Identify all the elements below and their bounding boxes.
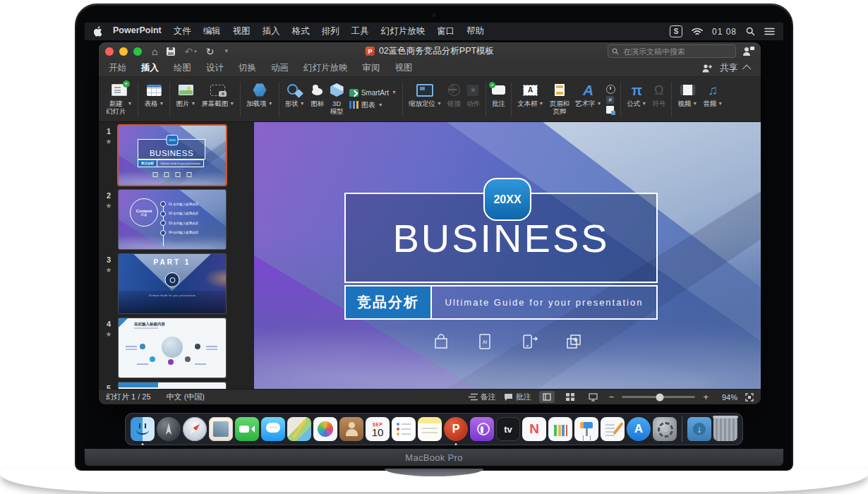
- thumbnail-item-4[interactable]: 4 ★ 在此输入标题内容: [99, 318, 254, 378]
- fit-slide-to-window-button[interactable]: [745, 393, 754, 402]
- ribbon-button-形状[interactable]: 形状▼: [282, 79, 308, 119]
- language-indicator[interactable]: 中文 (中国): [167, 392, 205, 402]
- slideshow-view-button[interactable]: [586, 391, 601, 403]
- dock-launchpad-icon[interactable]: [157, 417, 181, 441]
- tab-插入[interactable]: 插入: [141, 62, 159, 74]
- dock-numbers-icon[interactable]: [548, 417, 572, 441]
- presence-icon[interactable]: [742, 46, 754, 56]
- thumbnail-item-2[interactable]: 2 ★ Content 目录: [99, 190, 254, 249]
- dock-reminders-icon[interactable]: [392, 417, 416, 441]
- ribbon-button-文本框[interactable]: 文本框▼: [514, 79, 546, 119]
- fullscreen-button[interactable]: [133, 47, 142, 56]
- share-button[interactable]: 共享: [720, 62, 737, 74]
- ribbon-button-图表[interactable]: 图表▼: [349, 100, 397, 110]
- ribbon-button-图标[interactable]: 图标: [308, 79, 327, 119]
- tab-视图[interactable]: 视图: [395, 62, 413, 74]
- menu-item-2[interactable]: 编辑: [203, 25, 221, 37]
- zoom-out-button[interactable]: −: [609, 392, 615, 402]
- dock-appstore-icon[interactable]: [627, 417, 651, 441]
- more-commands-icon[interactable]: ▾: [223, 48, 228, 54]
- comments-toggle[interactable]: 批注: [504, 392, 531, 402]
- notification-center-icon[interactable]: [764, 28, 775, 35]
- dock-facetime-icon[interactable]: [235, 417, 259, 441]
- undo-icon[interactable]: ↶▾: [184, 47, 196, 56]
- input-source-badge[interactable]: S: [670, 25, 682, 37]
- dock-downloads-icon[interactable]: [687, 417, 711, 441]
- zoom-slider-handle[interactable]: [656, 393, 664, 401]
- ribbon-button-加载项[interactable]: 加载项▼: [243, 79, 275, 119]
- ribbon-button-新建幻灯片[interactable]: 新建 幻灯片▼: [103, 79, 135, 119]
- menu-item-1[interactable]: 文件: [174, 25, 191, 37]
- wifi-icon[interactable]: [692, 28, 703, 36]
- zoom-slider[interactable]: [622, 396, 695, 398]
- ribbon-button-3D模型[interactable]: 3D 模型: [327, 79, 346, 119]
- apple-logo-icon[interactable]: [93, 26, 102, 37]
- thumbnail-item-5[interactable]: 5: [99, 382, 254, 389]
- close-button[interactable]: [105, 47, 114, 56]
- menu-item-7[interactable]: 工具: [351, 25, 369, 37]
- dock-notes-icon[interactable]: [418, 417, 442, 441]
- ribbon-button-艺术字[interactable]: 艺术字▼: [572, 79, 604, 119]
- ribbon-button-音频[interactable]: 音频▼: [700, 79, 725, 119]
- notes-toggle[interactable]: 备注: [469, 392, 496, 402]
- ribbon-button-屏幕截图[interactable]: 屏幕截图▼: [198, 79, 237, 119]
- dock-mail-icon[interactable]: [209, 417, 233, 441]
- object-icon[interactable]: [606, 106, 614, 114]
- slide-sorter-view-button[interactable]: [562, 391, 578, 403]
- tab-绘图[interactable]: 绘图: [174, 62, 191, 74]
- redo-icon[interactable]: ↻: [206, 47, 215, 56]
- slide-thumbnail-panel[interactable]: 1 ★ 20XX BUSINESS 竞品分析 Ultimate Guide fo…: [99, 122, 254, 389]
- thumbnail-item-3[interactable]: 3 ★ PART 1 Ultimate Guide for your prese…: [99, 254, 254, 313]
- slide-subtitle-row[interactable]: 竞品分析 Ultimate Guide for your presentatio…: [344, 285, 658, 320]
- menu-item-app[interactable]: PowerPoint: [113, 25, 162, 37]
- collapse-ribbon-icon[interactable]: [742, 65, 752, 74]
- dock-finder-icon[interactable]: [131, 417, 155, 441]
- zoom-percent[interactable]: 94%: [716, 393, 737, 402]
- slide-number-icon[interactable]: [606, 96, 614, 104]
- minimize-button[interactable]: [119, 47, 128, 56]
- zoom-in-button[interactable]: +: [703, 392, 709, 402]
- ribbon-button-缩放定位[interactable]: 缩放定位▼: [406, 79, 445, 119]
- ribbon-button-图片[interactable]: 图片▼: [173, 79, 198, 119]
- slide-year-badge[interactable]: 20XX: [483, 178, 531, 221]
- tab-动画[interactable]: 动画: [271, 62, 289, 74]
- dock-pages-icon[interactable]: [601, 417, 625, 441]
- dock-trash-icon[interactable]: [713, 417, 737, 441]
- dock-messages-icon[interactable]: [261, 417, 285, 441]
- spotlight-search-icon[interactable]: [746, 27, 755, 36]
- save-icon[interactable]: [167, 47, 175, 56]
- dock-sysprefs-icon[interactable]: [653, 417, 677, 441]
- tab-幻灯片放映[interactable]: 幻灯片放映: [303, 62, 348, 74]
- search-box[interactable]: [608, 44, 736, 58]
- tab-切换[interactable]: 切换: [239, 62, 256, 74]
- normal-view-button[interactable]: [539, 391, 555, 403]
- thumb-3-art[interactable]: PART 1 Ultimate Guide for your presentat…: [119, 254, 226, 313]
- tab-审阅[interactable]: 审阅: [363, 62, 380, 74]
- menu-item-4[interactable]: 插入: [263, 25, 280, 37]
- window-title-bar[interactable]: ⌂ ↶▾ ↻ ▾ P 02蓝色商务竞品分析PPT模板: [99, 42, 761, 60]
- dock-photos-icon[interactable]: [313, 417, 337, 441]
- thumb-4-art[interactable]: 在此输入标题内容: [119, 318, 226, 378]
- menu-item-3[interactable]: 视图: [233, 25, 251, 37]
- slide-canvas[interactable]: 20XX BUSINESS 竞品分析 Ultimate Guide for yo…: [254, 122, 761, 389]
- ribbon-button-表格[interactable]: 表格▼: [141, 79, 167, 119]
- menu-item-9[interactable]: 窗口: [437, 25, 454, 37]
- dock-powerpoint-icon[interactable]: [444, 417, 468, 441]
- menu-item-10[interactable]: 帮助: [466, 25, 484, 37]
- ribbon-button-SmartArt[interactable]: SmartArt▼: [349, 88, 397, 96]
- thumb-2-art[interactable]: Content 目录 01 在此输入标题内容 02 在此输入标题内容 03 在此…: [119, 190, 226, 249]
- thumb-1-art[interactable]: 20XX BUSINESS 竞品分析 Ultimate Guide for yo…: [119, 126, 226, 185]
- dock-safari-icon[interactable]: [183, 417, 207, 441]
- menu-item-5[interactable]: 格式: [292, 25, 310, 37]
- dock-appletv-icon[interactable]: [496, 417, 520, 441]
- dock-news-icon[interactable]: [522, 417, 546, 441]
- thumb-5-art[interactable]: [119, 382, 226, 389]
- dock-keynote-icon[interactable]: [574, 417, 598, 441]
- thumbnail-item-1[interactable]: 1 ★ 20XX BUSINESS 竞品分析 Ultimate Guide fo…: [99, 126, 254, 185]
- menu-item-6[interactable]: 排列: [322, 25, 339, 37]
- dock-podcasts-icon[interactable]: [470, 417, 494, 441]
- dock-maps-icon[interactable]: [287, 417, 311, 441]
- home-icon[interactable]: ⌂: [152, 47, 157, 56]
- ribbon-button-批注[interactable]: 批注: [489, 79, 508, 119]
- dock-contacts-icon[interactable]: [339, 417, 363, 441]
